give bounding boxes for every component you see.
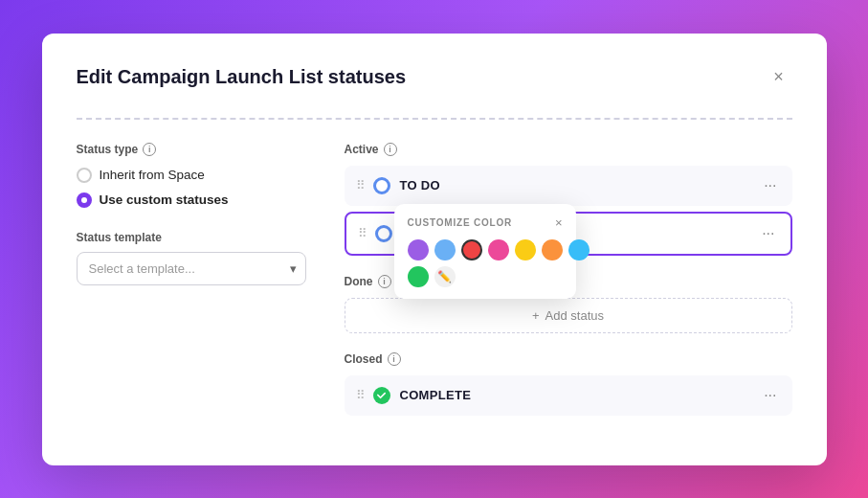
swatch-yellow[interactable]	[515, 239, 536, 260]
modal-title: Edit Campaign Launch List statuses	[77, 66, 407, 88]
modal-body: Status type i Inherit from Space Use cus…	[77, 143, 792, 435]
radio-custom[interactable]: Use custom statuses	[77, 192, 306, 208]
status-row-todo: ⠿ TO DO ···	[345, 166, 792, 206]
swatch-red[interactable]	[461, 239, 482, 260]
modal-header: Edit Campaign Launch List statuses ×	[77, 64, 792, 91]
check-icon	[376, 390, 387, 400]
color-picker-header: CUSTOMIZE COLOR ×	[408, 215, 563, 230]
eyedropper-button[interactable]: ✏️	[434, 266, 456, 287]
todo-dot	[373, 177, 390, 194]
color-swatches: ✏️	[408, 239, 563, 287]
complete-dot	[373, 387, 390, 404]
status-row-complete: ⠿ COMPLETE ···	[345, 375, 792, 416]
color-picker-close-button[interactable]: ×	[555, 215, 563, 230]
left-panel: Status type i Inherit from Space Use cus…	[77, 143, 306, 435]
status-type-label: Status type i	[77, 143, 306, 156]
status-row-backlog: ⠿ ··· CUSTOMIZE COLOR ×	[345, 212, 792, 256]
swatch-purple[interactable]	[408, 239, 429, 260]
status-group-active: Active i ⠿ TO DO ··· ⠿ ···	[345, 143, 792, 256]
done-info-icon: i	[378, 275, 391, 288]
radio-custom-label: Use custom statuses	[100, 192, 229, 207]
radio-inherit-label: Inherit from Space	[100, 168, 205, 182]
status-type-info-icon: i	[143, 143, 156, 156]
active-info-icon: i	[384, 143, 397, 156]
color-picker-popup: CUSTOMIZE COLOR × ✏️	[394, 204, 576, 299]
drag-handle-complete[interactable]: ⠿	[356, 388, 366, 402]
color-picker-title: CUSTOMIZE COLOR	[408, 217, 513, 228]
radio-inherit-circle	[77, 168, 92, 183]
template-select-wrapper: Select a template... ▾	[77, 252, 306, 285]
swatch-blue-light[interactable]	[434, 239, 456, 260]
swatch-teal[interactable]	[568, 239, 590, 260]
drag-handle-backlog[interactable]: ⠿	[358, 226, 367, 240]
swatch-green[interactable]	[408, 266, 429, 287]
radio-group: Inherit from Space Use custom statuses	[77, 168, 306, 208]
add-status-button[interactable]: + Add status	[345, 298, 792, 333]
closed-group-label: Closed i	[345, 352, 792, 366]
divider	[77, 118, 792, 120]
right-panel: Active i ⠿ TO DO ··· ⠿ ···	[345, 143, 792, 435]
radio-inherit[interactable]: Inherit from Space	[77, 168, 306, 183]
modal: Edit Campaign Launch List statuses × Sta…	[42, 34, 827, 465]
template-section: Status template Select a template... ▾	[77, 231, 306, 285]
backlog-dot[interactable]	[375, 225, 392, 242]
swatch-pink[interactable]	[488, 239, 509, 260]
backlog-more-button[interactable]: ···	[758, 223, 778, 244]
complete-more-button[interactable]: ···	[760, 385, 780, 406]
todo-more-button[interactable]: ···	[760, 175, 780, 196]
todo-name: TO DO	[400, 178, 761, 192]
template-select[interactable]: Select a template...	[77, 252, 306, 285]
add-status-label: Add status	[545, 308, 604, 323]
radio-custom-circle	[77, 192, 92, 208]
drag-handle-todo[interactable]: ⠿	[356, 178, 366, 192]
complete-name: COMPLETE	[400, 388, 761, 402]
status-group-closed: Closed i ⠿ COMPLETE ···	[345, 352, 792, 416]
close-button[interactable]: ×	[766, 64, 792, 91]
active-group-label: Active i	[345, 143, 792, 156]
add-status-icon: +	[532, 308, 540, 323]
template-label: Status template	[77, 231, 306, 244]
swatch-orange[interactable]	[542, 239, 563, 260]
closed-info-icon: i	[388, 352, 401, 366]
